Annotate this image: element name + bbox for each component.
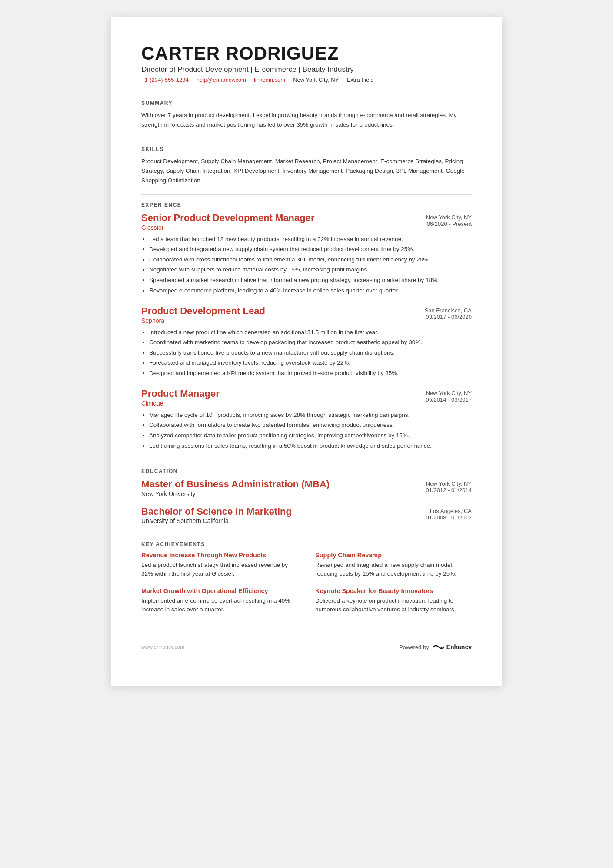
bullet-1-0: Introduced a new product line which gene… bbox=[149, 328, 472, 337]
powered-by-text: Powered by bbox=[399, 644, 429, 650]
edu-location-0: New York City, NY bbox=[426, 480, 472, 487]
bullet-1-2: Successfully transitioned five products … bbox=[149, 348, 472, 358]
candidate-title: Director of Product Development | E-comm… bbox=[141, 65, 472, 74]
contact-location: New York City, NY bbox=[293, 77, 339, 83]
footer: www.enhancv.com Powered by Enhancv bbox=[141, 636, 472, 651]
exp-company-2: Clinique bbox=[141, 400, 220, 407]
divider-1 bbox=[141, 93, 472, 93]
contact-email[interactable]: help@enhancv.com bbox=[197, 77, 246, 83]
edu-entry-1: Bachelor of Science in Marketing Univers… bbox=[141, 506, 472, 524]
achievement-text-0: Led a product launch strategy that incre… bbox=[141, 561, 298, 579]
exp-header-0: Senior Product Development Manager Gloss… bbox=[141, 212, 472, 231]
exp-location-2: New York City, NY bbox=[426, 390, 472, 396]
bullet-0-4: Spearheaded a market research initiative… bbox=[149, 275, 472, 285]
exp-entry-2: Product Manager Clinique New York City, … bbox=[141, 388, 472, 450]
edu-entry-0: Master of Business Administration (MBA) … bbox=[141, 479, 472, 497]
achievements-grid: Revenue Increase Through New Products Le… bbox=[141, 552, 472, 614]
achievement-text-3: Delivered a keynote on product innovatio… bbox=[315, 597, 472, 614]
edu-header-1: Bachelor of Science in Marketing Univers… bbox=[141, 506, 472, 524]
footer-url: www.enhancv.com bbox=[141, 644, 184, 650]
divider-5 bbox=[141, 534, 472, 534]
achievement-item-0: Revenue Increase Through New Products Le… bbox=[141, 552, 298, 579]
bullet-0-2: Collaborated with cross-functional teams… bbox=[149, 255, 472, 265]
resume-page: CARTER RODRIGUEZ Director of Product Dev… bbox=[111, 17, 502, 686]
skills-text: Product Development, Supply Chain Manage… bbox=[141, 157, 472, 185]
achievement-title-0: Revenue Increase Through New Products bbox=[141, 552, 298, 559]
logo-icon bbox=[433, 643, 445, 651]
achievement-title-1: Supply Chain Revamp bbox=[315, 552, 472, 559]
bullet-2-2: Analyzed competitor data to tailor produ… bbox=[149, 431, 472, 440]
achievement-title-2: Market Growth with Operational Efficienc… bbox=[141, 587, 298, 594]
achievement-text-1: Revamped and integrated a new supply cha… bbox=[315, 561, 472, 579]
exp-location-1: San Francisco, CA bbox=[425, 307, 472, 314]
exp-role-0: Senior Product Development Manager bbox=[141, 212, 315, 224]
header-section: CARTER RODRIGUEZ Director of Product Dev… bbox=[141, 44, 472, 83]
edu-location-1: Los Angeles, CA bbox=[430, 508, 472, 514]
bullet-0-3: Negotiated with suppliers to reduce mate… bbox=[149, 265, 472, 275]
bullet-1-4: Designed and implemented a KPI metric sy… bbox=[149, 369, 472, 378]
edu-right-1: Los Angeles, CA 01/2008 - 01/2012 bbox=[421, 506, 472, 521]
bullet-1-1: Coordinated with marketing teams to deve… bbox=[149, 338, 472, 347]
exp-entry-0: Senior Product Development Manager Gloss… bbox=[141, 212, 472, 295]
exp-date-2: 05/2014 - 03/2017 bbox=[417, 396, 472, 403]
edu-school-0: New York University bbox=[141, 490, 330, 497]
divider-2 bbox=[141, 139, 472, 139]
education-title: EDUCATION bbox=[141, 468, 472, 474]
edu-date-1: 01/2008 - 01/2012 bbox=[421, 514, 472, 521]
exp-right-1: San Francisco, CA 03/2017 - 06/2020 bbox=[416, 305, 472, 320]
achievement-text-2: Implemented an e-commerce overhaul resul… bbox=[141, 597, 298, 614]
achievement-item-2: Market Growth with Operational Efficienc… bbox=[141, 587, 298, 614]
achievements-title: KEY ACHIEVEMENTS bbox=[141, 541, 472, 547]
enhancv-logo: Enhancv bbox=[433, 643, 472, 651]
edu-left-1: Bachelor of Science in Marketing Univers… bbox=[141, 506, 292, 524]
bullet-1-3: Forecasted and managed inventory levels,… bbox=[149, 358, 472, 368]
exp-location-0: New York City, NY bbox=[426, 214, 472, 221]
exp-company-1: Sephora bbox=[141, 317, 265, 324]
divider-3 bbox=[141, 194, 472, 195]
exp-entry-1: Product Development Lead Sephora San Fra… bbox=[141, 305, 472, 378]
divider-4 bbox=[141, 461, 472, 461]
edu-date-0: 01/2012 - 01/2014 bbox=[417, 487, 472, 493]
bullet-0-1: Developed and integrated a new supply ch… bbox=[149, 245, 472, 254]
bullet-0-0: Led a team that launched 12 new beauty p… bbox=[149, 235, 472, 244]
exp-right-2: New York City, NY 05/2014 - 03/2017 bbox=[417, 388, 472, 403]
exp-bullets-0: Led a team that launched 12 new beauty p… bbox=[141, 235, 472, 295]
bullet-2-3: Led training sessions for sales teams, r… bbox=[149, 441, 472, 451]
exp-date-0: 06/2020 - Present bbox=[417, 221, 472, 227]
bullet-0-5: Revamped e-commerce platform, leading to… bbox=[149, 286, 472, 295]
edu-degree-0: Master of Business Administration (MBA) bbox=[141, 479, 330, 490]
footer-right: Powered by Enhancv bbox=[399, 643, 472, 651]
exp-left-1: Product Development Lead Sephora bbox=[141, 305, 265, 324]
bullet-2-0: Managed life cycle of 10+ products, impr… bbox=[149, 410, 472, 420]
exp-role-2: Product Manager bbox=[141, 388, 220, 399]
exp-bullets-1: Introduced a new product line which gene… bbox=[141, 328, 472, 378]
contact-row: +1-(234)-555-1234 help@enhancv.com linke… bbox=[141, 77, 472, 83]
logo-text: Enhancv bbox=[446, 643, 472, 650]
summary-section: SUMMARY With over 7 years in product dev… bbox=[141, 100, 472, 129]
edu-school-1: University of Southern California bbox=[141, 517, 292, 524]
achievements-section: KEY ACHIEVEMENTS Revenue Increase Throug… bbox=[141, 541, 472, 614]
exp-header-2: Product Manager Clinique New York City, … bbox=[141, 388, 472, 406]
exp-right-0: New York City, NY 06/2020 - Present bbox=[417, 212, 472, 227]
experience-title: EXPERIENCE bbox=[141, 202, 472, 208]
exp-header-1: Product Development Lead Sephora San Fra… bbox=[141, 305, 472, 324]
exp-company-0: Glossier bbox=[141, 224, 315, 231]
contact-extra: Extra Field bbox=[346, 77, 373, 83]
achievement-item-1: Supply Chain Revamp Revamped and integra… bbox=[315, 552, 472, 579]
exp-bullets-2: Managed life cycle of 10+ products, impr… bbox=[141, 410, 472, 450]
skills-title: SKILLS bbox=[141, 146, 472, 152]
bullet-2-1: Collaborated with formulators to create … bbox=[149, 420, 472, 430]
contact-linkedin[interactable]: linkedin.com bbox=[254, 77, 285, 83]
edu-right-0: New York City, NY 01/2012 - 01/2014 bbox=[417, 479, 472, 493]
achievement-title-3: Keynote Speaker for Beauty Innovators bbox=[315, 587, 472, 594]
contact-phone[interactable]: +1-(234)-555-1234 bbox=[141, 77, 189, 83]
experience-section: EXPERIENCE Senior Product Development Ma… bbox=[141, 202, 472, 450]
summary-text: With over 7 years in product development… bbox=[141, 111, 472, 129]
exp-date-1: 03/2017 - 06/2020 bbox=[416, 314, 472, 320]
candidate-name: CARTER RODRIGUEZ bbox=[141, 44, 472, 64]
skills-section: SKILLS Product Development, Supply Chain… bbox=[141, 146, 472, 185]
edu-left-0: Master of Business Administration (MBA) … bbox=[141, 479, 330, 497]
edu-degree-1: Bachelor of Science in Marketing bbox=[141, 506, 292, 517]
education-section: EDUCATION Master of Business Administrat… bbox=[141, 468, 472, 524]
achievement-item-3: Keynote Speaker for Beauty Innovators De… bbox=[315, 587, 472, 614]
